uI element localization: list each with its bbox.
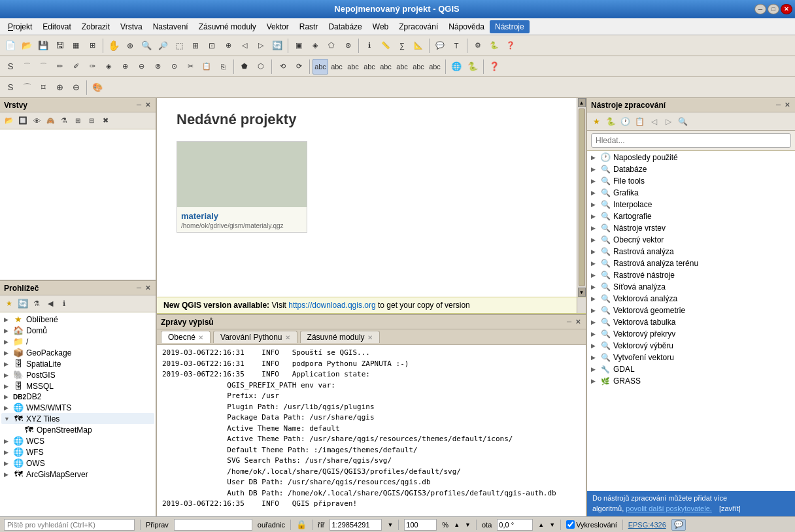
proc-tb-history[interactable]: 🕐 <box>618 115 632 128</box>
btb-collapse[interactable]: ◀ <box>44 297 57 310</box>
log-tab-plugins-close[interactable]: ✕ <box>367 334 373 341</box>
tree-item-vektorova-tabulka[interactable]: 🔍 Vektorová tabulka <box>587 316 795 328</box>
tree-item-obecny-vektor[interactable]: 🔍 Obecný vektor <box>587 234 795 246</box>
processing-float[interactable]: ─ <box>775 101 782 108</box>
tb-extra2[interactable]: ⌒ <box>19 80 35 95</box>
menu-zpracovani[interactable]: Zpracování <box>394 20 443 33</box>
statusbar-rotation-input[interactable] <box>497 519 533 531</box>
browser-item-wmswmts[interactable]: 🌐 WMS/WMTS <box>1 402 154 413</box>
tb-zoom-sel[interactable]: ⊕ <box>220 38 236 54</box>
menu-editovat[interactable]: Editovat <box>37 20 76 33</box>
browser-item-xyz[interactable]: 🗺 XYZ Tiles <box>1 413 154 424</box>
tree-item-vektorova-geometrie[interactable]: 🔍 Vektorová geometrie <box>587 305 795 316</box>
processing-info-close[interactable]: [zavřít] <box>719 505 741 512</box>
log-tab-general[interactable]: Obecné ✕ <box>161 331 211 343</box>
tb-label3[interactable]: abc <box>345 59 361 75</box>
statusbar-msg-btn[interactable]: 💬 <box>671 519 686 531</box>
tb-edit17[interactable]: ⟲ <box>275 59 290 75</box>
proc-tb-star[interactable]: ★ <box>590 115 603 128</box>
browser-panel-float[interactable]: ─ <box>135 284 143 291</box>
tb-refresh[interactable]: 🔄 <box>269 38 285 54</box>
tb-extra5[interactable]: ⊖ <box>68 80 84 95</box>
statusbar-scale-input[interactable] <box>330 519 382 531</box>
tb-edit3[interactable]: ⌒ <box>35 59 51 75</box>
log-tab-plugins[interactable]: Zásuvné moduly ✕ <box>300 331 380 343</box>
tree-item-databaze[interactable]: 🔍 Databáze <box>587 163 795 175</box>
tb-rubber-band[interactable]: ⬚ <box>171 38 187 54</box>
tb-select1[interactable]: ▣ <box>291 38 307 54</box>
tree-item-rastrove-nastroje[interactable]: 🔍 Rastrové nástroje <box>587 269 795 281</box>
tb-plugins[interactable]: ⚙ <box>470 38 486 54</box>
tb-extra1[interactable]: S <box>3 80 18 95</box>
tree-item-vektorovy-prekryv[interactable]: 🔍 Vektorový překryv <box>587 328 795 340</box>
tb-edit1[interactable]: S <box>3 59 18 75</box>
maximize-button[interactable]: □ <box>768 4 779 14</box>
tb-edit16[interactable]: ⬡ <box>253 59 269 75</box>
statusbar-scale-dropdown[interactable]: ▼ <box>387 522 393 528</box>
tb-edit18[interactable]: ⟳ <box>291 59 307 75</box>
menu-napoveda[interactable]: Nápověda <box>443 20 490 33</box>
tree-item-vytvoreni-vektoru[interactable]: 🔍 Vytvoření vektoru <box>587 352 795 363</box>
tb-open[interactable]: 📂 <box>19 38 35 54</box>
project-card[interactable]: materialy /home/ok/gdrive/gism/materialy… <box>177 141 307 233</box>
tree-item-kartografie[interactable]: 🔍 Kartografie <box>587 210 795 222</box>
statusbar-zoom-input[interactable] <box>404 519 437 531</box>
browser-item-favorites[interactable]: ★ Oblíbené <box>1 314 154 325</box>
browser-item-db2[interactable]: DB2 DB2 <box>1 391 154 402</box>
statusbar-coord-input[interactable] <box>174 519 252 531</box>
tb-save-as[interactable]: 🖫 <box>52 38 67 54</box>
tb-label2[interactable]: abc <box>329 59 345 75</box>
tb-label8[interactable]: abc <box>427 59 443 75</box>
tb-edit2[interactable]: ⌒ <box>19 59 35 75</box>
scroll-thumb[interactable] <box>579 108 585 286</box>
browser-item-postgis[interactable]: 🐘 PostGIS <box>1 369 154 380</box>
ltb-collapse[interactable]: ⊟ <box>85 114 98 127</box>
log-panel-float[interactable]: ─ <box>566 318 573 325</box>
ltb-open[interactable]: 📂 <box>3 114 16 127</box>
statusbar-rotate-up[interactable]: ▲ <box>538 522 544 528</box>
browser-item-wfs[interactable]: 🌐 WFS <box>1 446 154 457</box>
tree-item-rastrova-analyza[interactable]: 🔍 Rastrová analýza <box>587 246 795 258</box>
lock-icon[interactable]: 🔒 <box>296 520 307 529</box>
statusbar-search-input[interactable] <box>4 519 135 531</box>
browser-item-osm[interactable]: 🗺 OpenStreetMap <box>1 424 154 435</box>
tb-edit10[interactable]: ⊗ <box>150 59 165 75</box>
menu-nastaveni[interactable]: Nastavení <box>148 20 194 33</box>
tb-label7[interactable]: abc <box>411 59 426 75</box>
tb-colormap[interactable]: 🎨 <box>90 80 105 95</box>
tree-item-rastrova-analyza-terenu[interactable]: 🔍 Rastrová analýza terénu <box>587 258 795 269</box>
tb-pan-sel[interactable]: ⊕ <box>122 38 138 54</box>
tb-zoom-prev[interactable]: ◁ <box>237 38 252 54</box>
processing-close[interactable]: ✕ <box>783 101 791 108</box>
menu-rastr[interactable]: Rastr <box>294 20 324 33</box>
tb-edit15[interactable]: ⬟ <box>237 59 252 75</box>
tb-select3[interactable]: ⬠ <box>324 38 339 54</box>
menu-vektor[interactable]: Vektor <box>262 20 294 33</box>
tb-save[interactable]: 💾 <box>35 38 51 54</box>
tree-item-file-tools[interactable]: 🔍 File tools <box>587 175 795 187</box>
statusbar-zoom-up[interactable]: ▲ <box>454 522 460 528</box>
ltb-hide-all[interactable]: 🙈 <box>44 114 57 127</box>
update-link[interactable]: https://download.qgis.org <box>288 301 375 310</box>
browser-item-geopackage[interactable]: 📦 GeoPackage <box>1 347 154 358</box>
close-button[interactable]: ✕ <box>781 4 792 14</box>
log-tab-python[interactable]: Varování Pythonu ✕ <box>213 331 297 343</box>
menu-databaze[interactable]: Databáze <box>323 20 367 33</box>
tree-item-interpolace[interactable]: 🔍 Interpolace <box>587 199 795 210</box>
tb-help[interactable]: ❓ <box>503 38 518 54</box>
menu-zobrazit[interactable]: Zobrazit <box>76 20 115 33</box>
tb-text-annot[interactable]: T <box>448 38 464 54</box>
menu-nastroje[interactable]: Nástroje <box>490 20 530 33</box>
tb-label5[interactable]: abc <box>378 59 394 75</box>
layers-panel-float[interactable]: ─ <box>135 101 143 108</box>
minimize-button[interactable]: ─ <box>754 4 766 14</box>
btb-add-fav[interactable]: ★ <box>3 297 16 310</box>
tb-python-console[interactable]: 🐍 <box>486 38 502 54</box>
processing-info-link[interactable]: povolit další poskytovatele. <box>626 505 711 512</box>
tb-dec[interactable]: 📐 <box>411 38 426 54</box>
proc-tb-back[interactable]: ◁ <box>647 115 660 128</box>
menu-vrstva[interactable]: Vrstva <box>115 20 148 33</box>
processing-search-input[interactable] <box>591 133 791 148</box>
log-panel-close[interactable]: ✕ <box>574 318 582 325</box>
scroll-up-btn[interactable]: ▲ <box>578 98 586 107</box>
